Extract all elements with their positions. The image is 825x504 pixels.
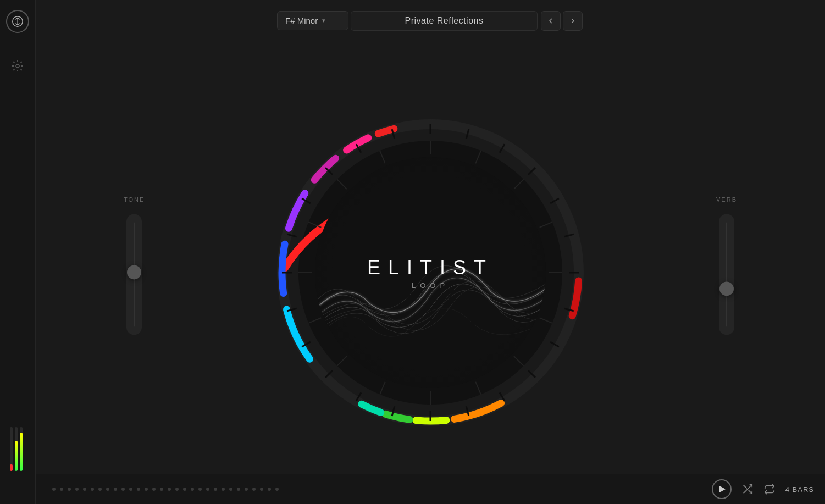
- dot-18: [183, 488, 186, 491]
- tone-slider[interactable]: [126, 214, 142, 335]
- bottom-bar: 4 BARS: [36, 474, 825, 504]
- dot-20: [198, 488, 202, 491]
- vu-meters: [10, 427, 23, 471]
- transport-controls: 4 BARS: [712, 479, 814, 499]
- wave-visualization: [315, 234, 546, 355]
- settings-button[interactable]: [9, 57, 26, 75]
- tone-slider-thumb[interactable]: [127, 265, 141, 279]
- header: F# Minor ▾ Private Reflections: [36, 0, 825, 41]
- key-selector[interactable]: F# Minor ▾: [277, 11, 348, 30]
- dot-25: [237, 488, 240, 491]
- vu-bar-right: [20, 427, 23, 471]
- dot-29: [268, 488, 271, 491]
- vu-bar-mid: [15, 427, 18, 471]
- dot-10: [121, 488, 125, 491]
- dot-28: [260, 488, 263, 491]
- dot-24: [229, 488, 232, 491]
- dot-6: [91, 488, 94, 491]
- verb-slider[interactable]: [719, 214, 734, 335]
- dot-27: [252, 488, 256, 491]
- dot-9: [114, 488, 117, 491]
- dot-30: [275, 488, 279, 491]
- logo-button[interactable]: [6, 10, 29, 33]
- bars-label: 4 BARS: [785, 485, 814, 494]
- loop-button[interactable]: [763, 483, 776, 495]
- dot-15: [160, 488, 163, 491]
- dot-23: [222, 488, 225, 491]
- tone-label: TONE: [124, 196, 145, 203]
- dot-12: [137, 488, 140, 491]
- verb-label: VERB: [716, 196, 737, 203]
- next-preset-button[interactable]: [563, 11, 583, 31]
- dot-11: [129, 488, 132, 491]
- preset-name: Private Reflections: [351, 11, 538, 31]
- verb-control: VERB: [716, 196, 737, 335]
- dot-26: [245, 488, 248, 491]
- main-content: TONE: [36, 41, 825, 504]
- dot-8: [106, 488, 109, 491]
- dot-22: [214, 488, 217, 491]
- dot-19: [191, 488, 194, 491]
- play-button[interactable]: [712, 479, 732, 499]
- sidebar: [0, 0, 36, 504]
- dot-5: [83, 488, 86, 491]
- dot-21: [206, 488, 209, 491]
- dot-13: [145, 488, 148, 491]
- dot-7: [98, 488, 102, 491]
- dot-14: [152, 488, 156, 491]
- prev-preset-button[interactable]: [541, 11, 561, 31]
- dot-17: [175, 488, 179, 491]
- progress-dots: [47, 488, 712, 491]
- svg-point-2: [16, 64, 19, 68]
- dot-2: [60, 488, 63, 491]
- svg-marker-57: [719, 486, 726, 492]
- verb-slider-thumb[interactable]: [719, 282, 734, 296]
- circle-title: ELITIST: [367, 256, 494, 279]
- main-circle: ELITIST LOOP: [276, 119, 584, 427]
- dot-16: [168, 488, 171, 491]
- dot-1: [52, 488, 56, 491]
- tone-control: TONE: [124, 196, 145, 335]
- key-label: F# Minor: [285, 16, 318, 25]
- circle-subtitle: LOOP: [412, 281, 449, 290]
- vu-bar-left: [10, 427, 13, 471]
- dot-4: [75, 488, 79, 491]
- shuffle-button[interactable]: [741, 483, 754, 495]
- verb-slider-track: [726, 222, 727, 326]
- chevron-down-icon: ▾: [322, 17, 325, 24]
- dot-3: [68, 488, 71, 491]
- inner-circle: ELITIST LOOP: [315, 157, 546, 388]
